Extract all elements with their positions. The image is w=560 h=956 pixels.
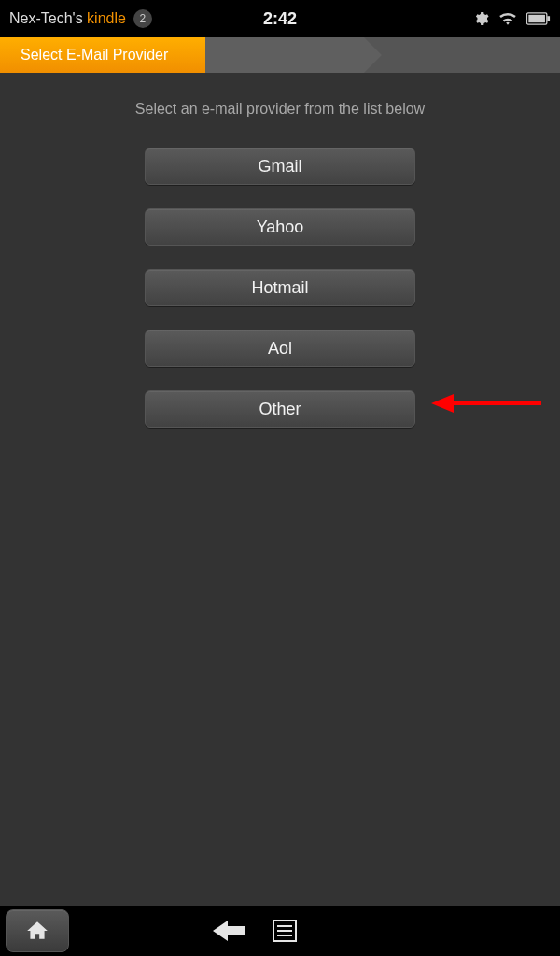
- breadcrumb-bar: Select E-Mail Provider: [0, 37, 560, 73]
- provider-button-gmail[interactable]: Gmail: [145, 148, 415, 185]
- content: Select an e-mail provider from the list …: [0, 73, 560, 428]
- home-button[interactable]: [6, 909, 69, 952]
- breadcrumb-current[interactable]: Select E-Mail Provider: [0, 37, 205, 73]
- gear-icon[interactable]: [472, 10, 489, 27]
- provider-button-aol[interactable]: Aol: [145, 330, 415, 367]
- breadcrumb-current-label: Select E-Mail Provider: [21, 47, 168, 63]
- status-left: Nex-Tech's kindle 2: [9, 9, 152, 28]
- wifi-icon: [498, 11, 517, 26]
- provider-list: GmailYahooHotmailAolOther: [145, 148, 415, 428]
- breadcrumb-next-placeholder: [205, 37, 364, 73]
- battery-icon: [526, 12, 551, 25]
- status-right: [472, 10, 551, 27]
- home-icon: [25, 919, 49, 943]
- menu-button[interactable]: [273, 920, 297, 942]
- clock: 2:42: [263, 9, 297, 29]
- device-name-kindle: kindle: [87, 10, 126, 26]
- back-button[interactable]: [213, 919, 245, 943]
- bottom-nav-bar: [0, 906, 560, 956]
- svg-rect-2: [547, 16, 550, 21]
- provider-button-yahoo[interactable]: Yahoo: [145, 208, 415, 246]
- provider-button-other[interactable]: Other: [145, 390, 415, 428]
- svg-rect-1: [528, 15, 545, 22]
- provider-button-hotmail[interactable]: Hotmail: [145, 269, 415, 306]
- svg-marker-5: [213, 921, 245, 941]
- device-name-prefix: Nex-Tech's: [9, 10, 87, 26]
- device-name: Nex-Tech's kindle: [9, 10, 126, 27]
- instruction-text: Select an e-mail provider from the list …: [135, 101, 425, 118]
- status-bar: Nex-Tech's kindle 2 2:42: [0, 0, 560, 37]
- notification-badge[interactable]: 2: [133, 9, 152, 28]
